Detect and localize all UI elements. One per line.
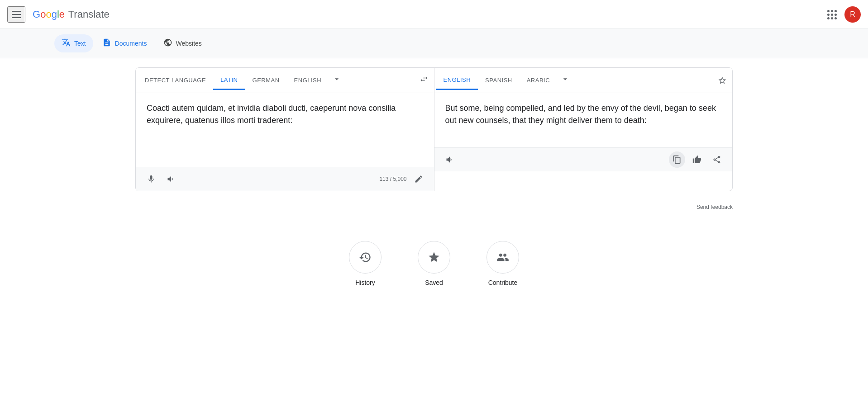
feedback-rating-button[interactable] <box>689 151 705 168</box>
source-lang-german[interactable]: GERMAN <box>245 71 287 89</box>
target-panel: ENGLISH SPANISH ARABIC But some, being c… <box>434 68 733 191</box>
user-avatar[interactable]: R <box>844 6 861 23</box>
header-left: Google Translate <box>7 6 110 23</box>
tab-websites[interactable]: Websites <box>156 34 209 52</box>
source-edit-button[interactable] <box>410 171 427 187</box>
documents-tab-icon <box>102 38 111 49</box>
contribute-circle <box>486 241 519 274</box>
source-lang-english[interactable]: ENGLISH <box>287 71 329 89</box>
share-icon <box>712 155 721 164</box>
contribute-icon <box>496 251 509 264</box>
hamburger-menu[interactable] <box>7 6 25 23</box>
tab-websites-label: Websites <box>176 40 202 47</box>
history-label: History <box>355 279 375 286</box>
globe-svg <box>163 38 172 47</box>
target-lang-english[interactable]: ENGLISH <box>436 71 478 90</box>
source-lang-more-button[interactable] <box>329 69 345 91</box>
saved-icon <box>428 251 440 264</box>
source-panel: DETECT LANGUAGE LATIN GERMAN ENGLISH Coa… <box>136 68 434 191</box>
tab-documents-label: Documents <box>115 40 147 47</box>
document-svg <box>102 38 111 47</box>
source-lang-detect[interactable]: DETECT LANGUAGE <box>138 71 213 89</box>
saved-label: Saved <box>425 279 443 286</box>
translation-box: DETECT LANGUAGE LATIN GERMAN ENGLISH Coa… <box>135 67 733 191</box>
translate-svg <box>62 38 71 47</box>
saved-circle <box>418 241 450 274</box>
header: Google Translate R <box>0 0 868 29</box>
star-outline-icon <box>718 76 727 85</box>
target-favorite-button[interactable] <box>714 72 730 89</box>
source-lang-latin[interactable]: LATIN <box>213 71 245 90</box>
source-lang-bar: DETECT LANGUAGE LATIN GERMAN ENGLISH <box>136 68 434 93</box>
source-footer: 113 / 5,000 <box>136 167 434 191</box>
logo-translate: Translate <box>66 9 110 20</box>
translation-container: DETECT LANGUAGE LATIN GERMAN ENGLISH Coa… <box>117 67 751 191</box>
tab-documents[interactable]: Documents <box>95 34 154 52</box>
source-dropdown-icon <box>332 75 341 84</box>
send-feedback-link[interactable]: Send feedback <box>696 204 733 210</box>
logo-link[interactable]: Google Translate <box>33 9 110 20</box>
header-right: R <box>826 6 861 23</box>
history-item[interactable]: History <box>349 241 382 286</box>
target-volume-icon <box>445 155 454 164</box>
mode-tabs-bar: Text Documents Websites <box>0 29 868 58</box>
share-button[interactable] <box>709 151 725 168</box>
swap-icon <box>420 75 429 84</box>
target-lang-spanish[interactable]: SPANISH <box>478 71 520 89</box>
swap-languages-button[interactable] <box>416 71 432 90</box>
history-circle <box>349 241 382 274</box>
text-tab-icon <box>62 38 71 49</box>
tab-text[interactable]: Text <box>54 34 93 52</box>
bottom-icons: History Saved Contribute <box>0 241 868 304</box>
source-mic-button[interactable] <box>143 171 159 187</box>
mic-icon <box>147 175 156 184</box>
copy-button[interactable] <box>669 151 685 168</box>
target-dropdown-icon <box>561 75 570 84</box>
hamburger-line-3 <box>12 17 21 18</box>
websites-tab-icon <box>163 38 172 49</box>
contribute-item[interactable]: Contribute <box>486 241 519 286</box>
target-lang-bar: ENGLISH SPANISH ARABIC <box>434 68 733 93</box>
history-icon <box>359 251 372 264</box>
target-lang-more-button[interactable] <box>557 69 573 91</box>
target-lang-arabic[interactable]: ARABIC <box>520 71 557 89</box>
thumbs-icon <box>692 155 701 164</box>
target-volume-button[interactable] <box>442 151 458 168</box>
edit-icon <box>414 175 423 184</box>
source-footer-right: 113 / 5,000 <box>379 171 426 187</box>
hamburger-line-1 <box>12 11 21 12</box>
target-footer <box>434 147 733 171</box>
logo-google: Google <box>33 9 65 20</box>
send-feedback: Send feedback <box>117 200 751 214</box>
char-count: 113 / 5,000 <box>379 176 406 182</box>
apps-grid-icon[interactable] <box>826 9 837 20</box>
target-translation-text: But some, being compelled, and led by th… <box>434 93 733 147</box>
contribute-label: Contribute <box>488 279 518 286</box>
tab-text-label: Text <box>74 40 86 47</box>
volume-icon <box>167 175 176 184</box>
source-volume-button[interactable] <box>163 171 179 187</box>
hamburger-line-2 <box>12 14 21 15</box>
copy-icon <box>672 155 682 164</box>
source-textarea[interactable]: Coacti autem quidam, et invidia diaboli … <box>136 93 434 165</box>
saved-item[interactable]: Saved <box>418 241 450 286</box>
